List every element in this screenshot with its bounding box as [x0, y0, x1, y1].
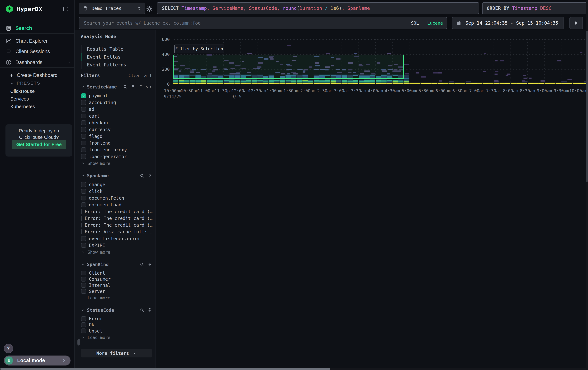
create-dashboard-button[interactable]: Create Dashboard — [9, 72, 57, 78]
filter-by-selection-button[interactable]: Filter by Selection — [174, 45, 224, 53]
user-menu[interactable]: U Local mode — [4, 356, 71, 366]
filter-checkbox-row[interactable]: accounting — [81, 99, 152, 106]
checkbox-unchecked[interactable] — [81, 127, 86, 132]
data-source-select[interactable]: Demo Traces — [79, 3, 145, 14]
filter-checkbox-row[interactable]: documentLoad — [81, 201, 152, 208]
checkbox-unchecked[interactable] — [81, 107, 86, 112]
checkbox-unchecked[interactable] — [81, 147, 86, 152]
checkbox-unchecked[interactable] — [81, 230, 82, 234]
filter-group-header[interactable]: SpanKind — [81, 261, 152, 268]
checkbox-unchecked[interactable] — [81, 120, 86, 125]
filter-checkbox-row[interactable]: Error: The credit card (… — [81, 215, 152, 222]
checkbox-unchecked[interactable] — [81, 243, 86, 248]
filter-checkbox-row[interactable]: Consumer — [81, 276, 152, 282]
presets-toggle[interactable]: PRESETS — [10, 81, 41, 86]
horizontal-scrollbar-thumb[interactable] — [0, 368, 330, 370]
sidebar-item-kubernetes[interactable]: Kubernetes — [10, 104, 35, 109]
clear-all-button[interactable]: Clear all — [128, 73, 152, 78]
filter-group-header[interactable]: SpanName — [81, 172, 152, 179]
filter-checkbox-row[interactable]: EXPIRE — [81, 242, 152, 249]
filter-checkbox-row[interactable]: Internal — [81, 282, 152, 288]
filter-checkbox-row[interactable]: eventListener.error — [81, 235, 152, 242]
checkbox-unchecked[interactable] — [81, 134, 86, 139]
filter-checkbox-row[interactable]: flagd — [81, 133, 152, 140]
checkbox-unchecked[interactable] — [81, 277, 86, 281]
filter-checkbox-row[interactable]: payment — [81, 92, 152, 99]
sidebar-item-search[interactable]: Search — [6, 25, 32, 31]
checkbox-unchecked[interactable] — [81, 270, 86, 275]
filter-checkbox-row[interactable]: Ok — [81, 322, 152, 328]
checkbox-unchecked[interactable] — [81, 114, 86, 118]
checkbox-unchecked[interactable] — [81, 154, 86, 159]
show-more-button[interactable]: Load more — [81, 294, 152, 301]
analysis-option-event-patterns[interactable]: Event Patterns — [81, 61, 152, 69]
sql-select-input[interactable]: SELECT Timestamp, ServiceName, StatusCod… — [157, 2, 479, 14]
checkbox-unchecked[interactable] — [81, 223, 82, 228]
show-more-button[interactable]: Load more — [81, 334, 152, 341]
sidebar-item-services[interactable]: Services — [10, 96, 29, 102]
sidebar-item-client-sessions[interactable]: Client Sessions — [6, 49, 50, 54]
more-filters-button[interactable]: More filters — [81, 349, 152, 358]
checkbox-checked[interactable] — [81, 93, 86, 98]
search-input[interactable] — [84, 20, 411, 26]
get-started-button[interactable]: Get Started for Free — [11, 140, 66, 149]
filter-checkbox-row[interactable]: Error: The credit card (… — [81, 222, 152, 229]
show-more-button[interactable]: Show more — [81, 249, 152, 256]
panel-collapse-icon[interactable] — [63, 6, 69, 12]
query-language-toggle[interactable]: SQL | Lucene — [411, 20, 443, 26]
filter-checkbox-row[interactable]: Error: The credit card (… — [81, 208, 152, 215]
chart-selection-region[interactable] — [173, 55, 404, 79]
checkbox-unchecked[interactable] — [81, 329, 86, 333]
date-range-picker[interactable]: Sep 14 22:04:35 - Sep 15 10:04:35 — [452, 17, 564, 29]
checkbox-unchecked[interactable] — [81, 216, 82, 221]
checkbox-unchecked[interactable] — [81, 289, 86, 294]
checkbox-unchecked[interactable] — [81, 182, 86, 187]
vertical-scrollbar-thumb[interactable] — [586, 30, 588, 182]
filter-group-clear-button[interactable]: Clear — [139, 84, 152, 89]
checkbox-unchecked[interactable] — [81, 322, 86, 327]
checkbox-unchecked[interactable] — [81, 236, 86, 241]
filter-checkbox-row[interactable]: change — [81, 181, 152, 188]
checkbox-unchecked[interactable] — [81, 283, 86, 288]
order-by-input[interactable]: ORDER BY Timestamp DESC — [482, 2, 587, 14]
filter-checkbox-row[interactable]: Client — [81, 270, 152, 276]
filter-checkbox-row[interactable]: checkout — [81, 119, 152, 126]
filter-checkbox-row[interactable]: frontend-proxy — [81, 146, 152, 153]
logo[interactable]: HyperDX — [5, 5, 42, 13]
checkbox-unchecked[interactable] — [81, 316, 86, 321]
checkbox-unchecked[interactable] — [81, 189, 86, 194]
checkbox-unchecked[interactable] — [81, 100, 86, 105]
checkbox-unchecked[interactable] — [81, 140, 86, 145]
analysis-option-event-deltas[interactable]: Event Deltas — [81, 53, 152, 61]
analysis-option-results-table[interactable]: Results Table — [81, 45, 152, 53]
filter-group-header[interactable]: ServiceNameClear — [81, 84, 152, 90]
filter-checkbox-row[interactable]: click — [81, 188, 152, 195]
help-button[interactable]: ? — [4, 344, 13, 353]
sidebar-item-dashboards[interactable]: Dashboards — [6, 60, 42, 65]
gear-icon[interactable] — [146, 5, 153, 12]
filter-checkbox-row[interactable]: load-generator — [81, 153, 152, 160]
filter-checkbox-row[interactable]: Error: Visa cache full: … — [81, 229, 152, 235]
filter-checkbox-row[interactable]: frontend — [81, 140, 152, 146]
chevron-up-icon[interactable] — [67, 60, 72, 65]
filter-group-actions — [140, 262, 152, 267]
filter-checkbox-row[interactable]: currency — [81, 126, 152, 133]
panel-resize-handle[interactable] — [77, 339, 80, 346]
checkbox-unchecked[interactable] — [81, 202, 86, 207]
promo-text-line1: Ready to deploy on — [5, 128, 72, 133]
show-more-button[interactable]: Show more — [81, 160, 152, 167]
mode-sql[interactable]: SQL — [411, 20, 419, 26]
checkbox-unchecked[interactable] — [81, 196, 86, 200]
mode-lucene[interactable]: Lucene — [427, 20, 443, 26]
filter-checkbox-row[interactable]: documentFetch — [81, 195, 152, 201]
filter-checkbox-row[interactable]: Error — [81, 316, 152, 322]
filter-checkbox-row[interactable]: cart — [81, 113, 152, 119]
checkbox-unchecked[interactable] — [81, 209, 82, 214]
filter-checkbox-row[interactable]: Unset — [81, 328, 152, 334]
sidebar-item-clickhouse[interactable]: ClickHouse — [10, 89, 35, 94]
filter-checkbox-row[interactable]: ad — [81, 106, 152, 113]
sidebar-item-chart-explorer[interactable]: Chart Explorer — [6, 38, 48, 44]
filter-group-header[interactable]: StatusCode — [81, 307, 152, 313]
run-query-button[interactable] — [569, 17, 583, 29]
filter-checkbox-row[interactable]: Server — [81, 288, 152, 294]
